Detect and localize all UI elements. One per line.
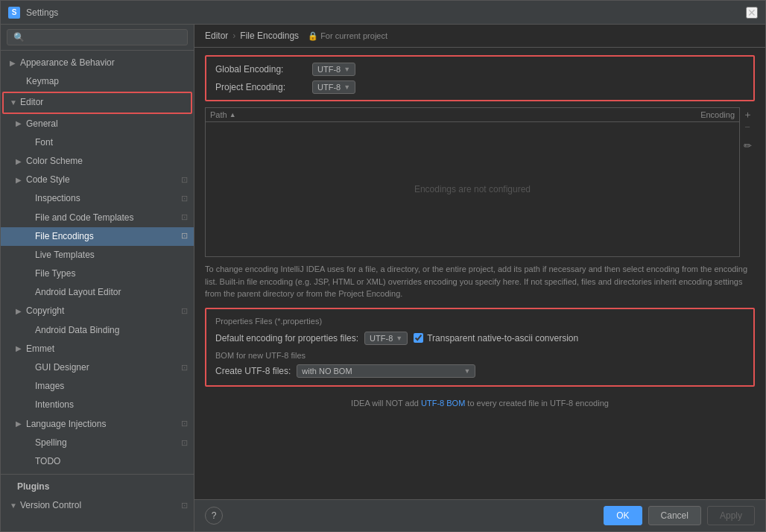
sidebar-item-spelling[interactable]: Spelling ⊡ bbox=[1, 434, 194, 452]
sidebar-item-plugins[interactable]: Plugins bbox=[1, 478, 194, 496]
sidebar-item-editor[interactable]: ▼ Editor bbox=[4, 93, 191, 112]
default-encoding-row: Default encoding for properties files: U… bbox=[215, 332, 744, 345]
bottom-bar: ? OK Cancel Apply bbox=[194, 499, 765, 531]
sidebar-item-label: File Encodings bbox=[35, 229, 94, 244]
sidebar-item-version-control[interactable]: ▼ Version Control ⊡ bbox=[1, 496, 194, 515]
encoding-box: Global Encoding: UTF-8 ▼ Project Encodin… bbox=[205, 55, 755, 101]
ok-button[interactable]: OK bbox=[604, 506, 642, 525]
copy-icon: ⊡ bbox=[181, 211, 188, 224]
copy-icon: ⊡ bbox=[181, 499, 188, 513]
remove-row-button[interactable]: − bbox=[744, 121, 751, 133]
search-input[interactable] bbox=[7, 29, 188, 45]
sidebar-item-android-layout-editor[interactable]: Android Layout Editor bbox=[1, 283, 194, 302]
sidebar-item-label: Plugins bbox=[17, 480, 49, 494]
main-content: ▶ Appearance & Behavior Keymap ▼ Editor bbox=[1, 25, 765, 531]
sidebar-item-label: Images bbox=[35, 379, 64, 393]
transparent-conversion-row: Transparent native-to-ascii conversion bbox=[414, 333, 578, 343]
sidebar-item-label: Live Templates bbox=[35, 248, 95, 262]
sidebar-item-label: Code Style bbox=[26, 173, 70, 187]
sidebar-item-label: File Types bbox=[35, 267, 75, 281]
sidebar-item-label: Android Layout Editor bbox=[35, 285, 121, 300]
sidebar-item-gui-designer[interactable]: GUI Designer ⊡ bbox=[1, 358, 194, 377]
default-encoding-value: UTF-8 bbox=[370, 334, 393, 343]
project-encoding-select[interactable]: UTF-8 ▼ bbox=[312, 80, 355, 94]
sidebar-item-file-code-templates[interactable]: File and Code Templates ⊡ bbox=[1, 209, 194, 227]
table-header: Path ▲ Encoding bbox=[206, 108, 739, 122]
arrow-icon: ▶ bbox=[16, 118, 23, 130]
for-current-project: 🔒 For current project bbox=[308, 31, 387, 41]
default-encoding-select[interactable]: UTF-8 ▼ bbox=[364, 332, 408, 345]
path-encoding-table-container: Path ▲ Encoding Encodings are not config… bbox=[205, 107, 755, 257]
close-button[interactable]: ✕ bbox=[746, 7, 758, 19]
sidebar-item-intentions[interactable]: Intentions bbox=[1, 396, 194, 414]
info-text: To change encoding IntelliJ IDEA uses fo… bbox=[205, 263, 755, 300]
sidebar-item-language-injections[interactable]: ▶ Language Injections ⊡ bbox=[1, 415, 194, 434]
global-encoding-label: Global Encoding: bbox=[215, 64, 312, 75]
sidebar-item-font[interactable]: Font bbox=[1, 133, 194, 152]
arrow-icon: ▶ bbox=[16, 174, 23, 186]
copy-icon: ⊡ bbox=[181, 174, 188, 187]
edit-row-button[interactable]: ✏ bbox=[743, 140, 753, 151]
project-encoding-label: Project Encoding: bbox=[215, 82, 312, 92]
sidebar-item-label: Android Data Binding bbox=[35, 323, 119, 338]
add-row-button[interactable]: ＋ bbox=[742, 109, 753, 120]
create-utf8-value: with NO BOM bbox=[302, 367, 352, 376]
sidebar-item-inspections[interactable]: Inspections ⊡ bbox=[1, 189, 194, 208]
apply-button[interactable]: Apply bbox=[707, 506, 755, 525]
sidebar-item-file-types[interactable]: File Types bbox=[1, 265, 194, 283]
arrow-icon: ▶ bbox=[16, 305, 23, 317]
sidebar-item-general[interactable]: ▶ General bbox=[1, 115, 194, 133]
table-side-buttons: ＋ − ✏ bbox=[740, 107, 755, 257]
sidebar-tree: ▶ Appearance & Behavior Keymap ▼ Editor bbox=[1, 51, 194, 531]
sidebar-item-label: TODO bbox=[35, 455, 60, 469]
project-encoding-row: Project Encoding: UTF-8 ▼ bbox=[215, 80, 744, 94]
table-empty-message: Encodings are not configured bbox=[206, 122, 739, 256]
utf8-bom-link[interactable]: UTF-8 BOM bbox=[421, 399, 465, 408]
path-encoding-table: Path ▲ Encoding Encodings are not config… bbox=[205, 107, 740, 257]
sidebar-item-emmet[interactable]: ▶ Emmet bbox=[1, 340, 194, 358]
app-icon: S bbox=[8, 7, 20, 19]
arrow-icon: ▶ bbox=[16, 156, 23, 168]
dropdown-arrow-icon: ▼ bbox=[344, 83, 350, 91]
sidebar-item-label: Emmet bbox=[26, 342, 54, 356]
create-utf8-label: Create UTF-8 files: bbox=[215, 366, 291, 376]
bom-section-title: BOM for new UTF-8 files bbox=[215, 351, 744, 360]
copy-icon: ⊡ bbox=[181, 417, 188, 431]
cancel-button[interactable]: Cancel bbox=[648, 506, 701, 525]
copy-icon: ⊡ bbox=[181, 437, 188, 450]
arrow-icon: ▶ bbox=[16, 418, 23, 430]
panel-header: Editor › File Encodings 🔒 For current pr… bbox=[194, 25, 765, 48]
sidebar-item-label: Editor bbox=[20, 95, 43, 110]
sidebar-item-appearance[interactable]: ▶ Appearance & Behavior bbox=[1, 54, 194, 72]
copy-icon: ⊡ bbox=[181, 192, 188, 206]
create-utf8-select[interactable]: with NO BOM ▼ bbox=[297, 364, 475, 378]
global-encoding-row: Global Encoding: UTF-8 ▼ bbox=[215, 63, 744, 76]
encoding-column-header: Encoding bbox=[653, 110, 735, 119]
sidebar-item-android-data-binding[interactable]: Android Data Binding bbox=[1, 321, 194, 340]
project-encoding-value: UTF-8 bbox=[317, 83, 341, 92]
sidebar-item-file-encodings[interactable]: File Encodings ⊡ bbox=[1, 227, 194, 246]
sidebar-item-code-style[interactable]: ▶ Code Style ⊡ bbox=[1, 171, 194, 189]
sidebar-item-label: GUI Designer bbox=[35, 361, 89, 375]
sidebar-item-copyright[interactable]: ▶ Copyright ⊡ bbox=[1, 302, 194, 320]
breadcrumb-1: Editor bbox=[205, 31, 228, 41]
sidebar-item-color-scheme[interactable]: ▶ Color Scheme bbox=[1, 152, 194, 171]
titlebar: S Settings ✕ bbox=[1, 1, 765, 25]
sidebar-item-live-templates[interactable]: Live Templates bbox=[1, 246, 194, 265]
sidebar: ▶ Appearance & Behavior Keymap ▼ Editor bbox=[1, 25, 194, 531]
help-button[interactable]: ? bbox=[205, 507, 223, 525]
idea-note: IDEA will NOT add UTF-8 BOM to every cre… bbox=[205, 399, 755, 408]
transparent-conversion-checkbox[interactable] bbox=[414, 333, 423, 343]
arrow-icon: ▶ bbox=[16, 343, 23, 355]
sidebar-item-keymap[interactable]: Keymap bbox=[1, 72, 194, 91]
dropdown-arrow-icon: ▼ bbox=[344, 66, 350, 73]
action-buttons: OK Cancel Apply bbox=[604, 506, 755, 525]
path-column-header: Path ▲ bbox=[210, 110, 653, 119]
window-title: Settings bbox=[26, 7, 746, 18]
global-encoding-select[interactable]: UTF-8 ▼ bbox=[312, 63, 355, 76]
dropdown-arrow-icon: ▼ bbox=[463, 367, 470, 375]
copy-icon: ⊡ bbox=[181, 361, 188, 375]
sort-icon: ▲ bbox=[230, 111, 236, 118]
sidebar-item-images[interactable]: Images bbox=[1, 377, 194, 396]
sidebar-item-todo[interactable]: TODO bbox=[1, 452, 194, 471]
